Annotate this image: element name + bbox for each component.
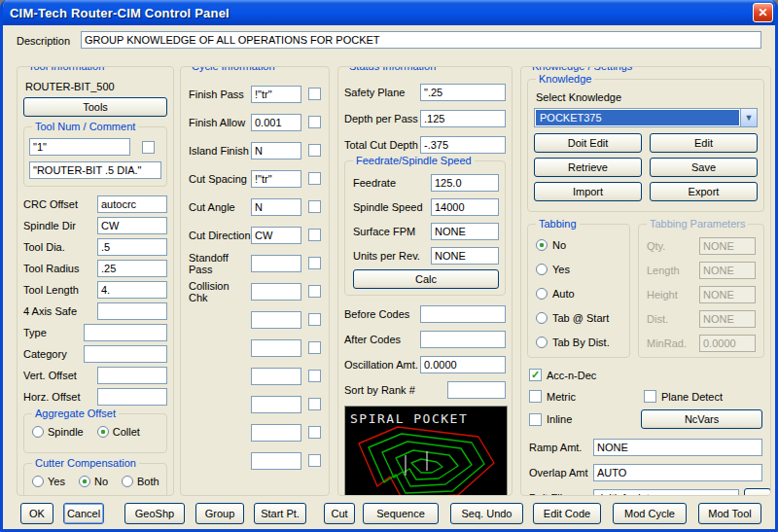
cycle-extra-input[interactable]	[251, 368, 301, 385]
spindle-radio[interactable]	[32, 426, 44, 438]
cut-angle-input[interactable]	[251, 198, 301, 216]
finish-allow-input[interactable]	[251, 114, 301, 131]
tabbing-no-radio[interactable]	[536, 239, 548, 251]
sequence-button[interactable]: Sequence	[363, 503, 439, 524]
ok-button[interactable]: OK	[20, 503, 53, 524]
standoff-pass-checkbox[interactable]	[308, 257, 321, 269]
cycle-extra-input[interactable]	[251, 311, 301, 329]
units-per-rev-input[interactable]	[431, 247, 499, 265]
tab-by-dist-radio[interactable]	[536, 337, 548, 348]
cycle-extra-input[interactable]	[251, 396, 301, 413]
cycle-extra-checkbox[interactable]	[308, 398, 321, 410]
status-information-title: Status Information	[346, 66, 439, 72]
island-finish-input[interactable]	[251, 142, 301, 160]
tool-num-checkbox[interactable]	[142, 141, 155, 154]
standoff-pass-input[interactable]	[251, 255, 301, 272]
cut-spacing-checkbox[interactable]	[308, 172, 321, 185]
tab-at-start-radio[interactable]	[536, 312, 548, 324]
before-codes-input[interactable]	[420, 305, 506, 323]
chevron-down-icon[interactable]: ▼	[740, 109, 757, 126]
total-cut-depth-input[interactable]	[420, 136, 506, 154]
inline-checkbox[interactable]	[529, 413, 542, 426]
tool-dia-input[interactable]	[97, 238, 167, 256]
sort-by-rank-input[interactable]	[447, 381, 506, 399]
acc-n-dec-checkbox[interactable]	[529, 369, 542, 381]
tools-button[interactable]: Tools	[23, 97, 167, 117]
seq-undo-button[interactable]: Seq. Undo	[450, 503, 523, 524]
cycle-extra-checkbox[interactable]	[308, 341, 321, 354]
cc-yes-radio[interactable]	[32, 476, 44, 487]
mod-tool-button[interactable]: Mod Tool	[698, 503, 761, 524]
axis-safe-label: 4 Axis Safe	[23, 305, 77, 317]
cut-button[interactable]: Cut	[324, 503, 355, 524]
collision-chk-checkbox[interactable]	[308, 285, 321, 298]
doit-edit-button[interactable]: Doit Edit	[534, 133, 642, 153]
cut-angle-checkbox[interactable]	[308, 200, 321, 213]
tabbing-yes-radio[interactable]	[536, 264, 548, 275]
collet-radio[interactable]	[97, 426, 109, 438]
cycle-extra-checkbox[interactable]	[308, 426, 321, 439]
tool-radius-input[interactable]	[97, 260, 167, 277]
cc-both-radio[interactable]	[122, 476, 133, 487]
tool-length-input[interactable]	[97, 281, 167, 299]
knowledge-dropdown[interactable]: POCKET375 ▼	[534, 108, 758, 127]
cut-spacing-input[interactable]	[251, 170, 301, 188]
safety-plane-input[interactable]	[420, 84, 506, 101]
tool-comment-input[interactable]	[29, 161, 161, 179]
feedrate-input[interactable]	[431, 174, 499, 192]
doit-file-input[interactable]	[593, 489, 739, 496]
close-button[interactable]: ✕	[753, 3, 773, 22]
cycle-extra-input[interactable]	[251, 339, 301, 357]
finish-pass-input[interactable]	[251, 86, 301, 103]
plane-detect-checkbox[interactable]	[644, 390, 656, 403]
crc-offset-input[interactable]	[97, 195, 167, 213]
geoshp-button[interactable]: GeoShp	[124, 503, 185, 524]
spindle-speed-input[interactable]	[431, 198, 499, 216]
category-input[interactable]	[84, 345, 167, 363]
import-button[interactable]: Import	[534, 182, 642, 201]
surface-fpm-input[interactable]	[431, 223, 499, 240]
description-input[interactable]	[81, 31, 761, 49]
tool-num-input[interactable]	[29, 138, 130, 156]
vert-offset-input[interactable]	[97, 367, 167, 384]
horz-offset-input[interactable]	[97, 388, 167, 406]
collision-chk-input[interactable]	[251, 283, 301, 301]
cycle-extra-checkbox[interactable]	[308, 454, 321, 467]
calc-button[interactable]: Calc	[353, 269, 499, 289]
export-button[interactable]: Export	[650, 182, 758, 201]
cycle-extra-checkbox[interactable]	[308, 313, 321, 326]
cycle-extra-checkbox[interactable]	[308, 370, 321, 382]
dist-input	[699, 310, 756, 328]
oscillation-amt-input[interactable]	[420, 356, 506, 373]
edit-button[interactable]: Edit	[650, 133, 758, 153]
depth-per-pass-input[interactable]	[420, 110, 506, 127]
status-information-group: Status Information Safety Plane Depth pe…	[337, 66, 513, 496]
mod-cycle-button[interactable]: Mod Cycle	[613, 503, 687, 524]
start-pt-button[interactable]: Start Pt.	[254, 503, 306, 524]
tabbing-auto-radio[interactable]	[536, 288, 548, 300]
type-input[interactable]	[84, 324, 167, 341]
island-finish-checkbox[interactable]	[308, 144, 321, 157]
ncvars-button[interactable]: NcVars	[641, 409, 762, 429]
cc-no-radio[interactable]	[79, 476, 90, 487]
axis-safe-input[interactable]	[97, 302, 167, 320]
finish-pass-checkbox[interactable]	[308, 88, 321, 100]
after-codes-input[interactable]	[420, 331, 506, 348]
cut-direction-input[interactable]	[251, 227, 301, 244]
spindle-dir-input[interactable]	[97, 217, 167, 234]
retrieve-button[interactable]: Retrieve	[534, 158, 642, 177]
cycle-extra-input[interactable]	[251, 424, 301, 442]
standoff-pass-label: Standoff Pass	[189, 252, 251, 275]
save-button[interactable]: Save	[650, 158, 758, 177]
browse-button[interactable]: ...	[744, 488, 771, 496]
ramp-amt-label: Ramp Amt.	[529, 442, 593, 453]
finish-allow-checkbox[interactable]	[308, 116, 321, 128]
cancel-button[interactable]: Cancel	[63, 503, 104, 524]
edit-code-button[interactable]: Edit Code	[533, 503, 601, 524]
group-button[interactable]: Group	[195, 503, 244, 524]
cycle-extra-input[interactable]	[251, 452, 301, 470]
ramp-amt-input[interactable]	[593, 439, 762, 456]
cut-direction-checkbox[interactable]	[308, 229, 321, 241]
metric-checkbox[interactable]	[529, 390, 542, 403]
overlap-amt-input[interactable]	[593, 464, 762, 481]
